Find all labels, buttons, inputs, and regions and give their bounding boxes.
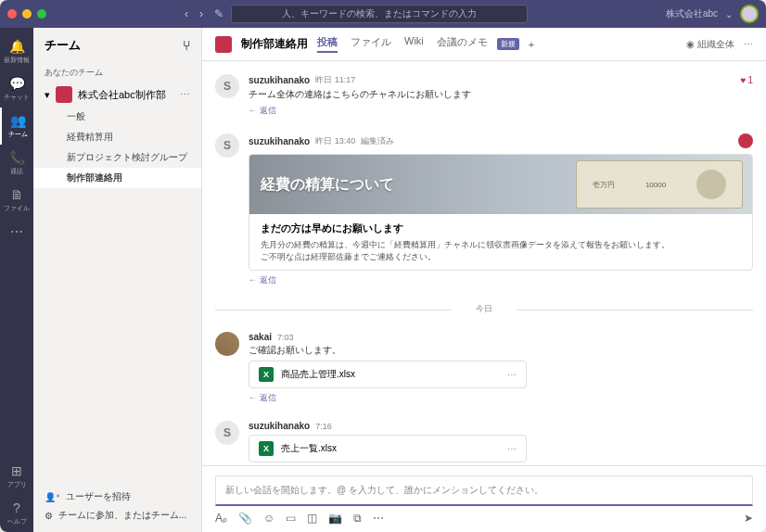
search-input[interactable]: 人、キーワードの検索、またはコマンドの入力 xyxy=(231,5,528,23)
teams-sidebar: チーム ⑂ あなたのチーム ▾ 株式会社abc制作部 ⋯ 一般 経費精算用 新プ… xyxy=(33,28,202,532)
invite-label: ユーザーを招待 xyxy=(66,490,131,503)
compose-toolbar: Aᵨ 📎 ☺ ▭ ◫ 📷 ⧉ ⋯ ➤ xyxy=(215,512,753,525)
rail-label: 最新情報 xyxy=(4,56,30,65)
reply-button[interactable]: ← 返信 xyxy=(249,392,753,404)
teams-icon: 👥 xyxy=(10,113,25,128)
your-teams-label: あなたのチーム xyxy=(33,63,201,82)
file-more-icon[interactable]: ⋯ xyxy=(507,444,517,454)
avatar[interactable]: S xyxy=(215,133,239,158)
card-desc: 先月分の経費の精算は、今週中に「経費精算用」チャネルに領収書画像データを添えて報… xyxy=(261,239,741,251)
help-icon: ? xyxy=(9,500,24,515)
new-chat-icon[interactable]: ✎ xyxy=(214,7,223,20)
apps-icon: ⊞ xyxy=(9,463,24,478)
channel-header: 制作部連絡用 投稿 ファイル Wiki 会議のメモ 新規 + ◉ 組織全体 ⋯ xyxy=(202,28,766,61)
maximize-window-button[interactable] xyxy=(37,9,46,19)
tab-meeting-notes[interactable]: 会議のメモ xyxy=(437,35,488,53)
message: S suzukihanako7:16 売上一覧.xlsx⋯ ← 返信 xyxy=(215,415,753,465)
history-fwd-icon[interactable]: › xyxy=(199,7,203,20)
msg-time: 昨日 13:40 xyxy=(315,135,355,147)
more-compose-icon[interactable]: ⋯ xyxy=(373,512,384,525)
main-content: 制作部連絡用 投稿 ファイル Wiki 会議のメモ 新規 + ◉ 組織全体 ⋯ … xyxy=(202,28,766,532)
msg-time: 7:16 xyxy=(315,422,332,431)
file-name: 売上一覧.xlsx xyxy=(281,442,337,455)
msg-text: ご確認お願いします。 xyxy=(249,344,753,357)
yen-label: 壱万円 xyxy=(593,180,615,190)
history-back-icon[interactable]: ‹ xyxy=(185,7,188,20)
react-count: 1 xyxy=(747,75,753,85)
compose-input[interactable]: 新しい会話を開始します。@ を入力して、誰かにメンションしてください。 xyxy=(215,475,753,506)
file-more-icon[interactable]: ⋯ xyxy=(507,370,517,380)
send-button[interactable]: ➤ xyxy=(744,512,753,525)
day-separator: 今日 xyxy=(215,303,753,315)
msg-author: suzukihanako xyxy=(249,421,310,431)
rail-label: チーム xyxy=(8,130,28,139)
msg-author: suzukihanako xyxy=(249,136,310,146)
add-tab-button[interactable]: + xyxy=(529,39,534,50)
org-name[interactable]: 株式会社abc xyxy=(666,7,718,20)
stream-icon[interactable]: ⧉ xyxy=(353,512,362,525)
rail-activity[interactable]: 🔔最新情報 xyxy=(0,33,33,70)
channel-newproject[interactable]: 新プロジェクト検討グループ xyxy=(33,147,201,168)
file-attachment[interactable]: 商品売上管理.xlsx⋯ xyxy=(249,361,527,388)
profile-avatar[interactable] xyxy=(740,5,759,23)
rail-more[interactable]: ⋯ xyxy=(0,219,33,245)
channel-general[interactable]: 一般 xyxy=(33,107,201,127)
announcement-card[interactable]: 経費の精算について 壱万円 10000 まだの方は早めにお願いします 先月分の経… xyxy=(249,154,753,271)
avatar[interactable]: S xyxy=(215,421,239,445)
msg-author: sakai xyxy=(249,332,272,342)
close-window-button[interactable] xyxy=(7,9,17,19)
rail-calls[interactable]: 📞通話 xyxy=(0,145,33,182)
filter-icon[interactable]: ⑂ xyxy=(183,38,190,53)
app-rail: 🔔最新情報 💬チャット 👥チーム 📞通話 🗎ファイル ⋯ ⊞アプリ ?ヘルプ xyxy=(0,28,33,532)
rail-teams[interactable]: 👥チーム xyxy=(0,108,33,145)
reply-button[interactable]: ← 返信 xyxy=(249,274,753,286)
rail-label: チャット xyxy=(4,93,30,102)
tab-files[interactable]: ファイル xyxy=(351,35,391,53)
team-name: 株式会社abc制作部 xyxy=(78,88,166,102)
org-wide-indicator[interactable]: ◉ 組織全体 xyxy=(686,38,734,51)
sticker-icon[interactable]: ◫ xyxy=(307,512,317,525)
edited-label: 編集済み xyxy=(361,135,394,147)
channel-tile-icon xyxy=(215,36,232,53)
join-team-button[interactable]: ⚙チームに参加、またはチーム... xyxy=(45,506,190,525)
rail-apps[interactable]: ⊞アプリ xyxy=(0,458,33,495)
file-attachment[interactable]: 売上一覧.xlsx⋯ xyxy=(249,435,527,462)
message: S suzukihanako昨日 13:40編集済み 経費の精算について 壱万円… xyxy=(215,128,753,292)
rail-help[interactable]: ?ヘルプ xyxy=(0,495,33,532)
minimize-window-button[interactable] xyxy=(22,9,32,19)
avatar[interactable] xyxy=(215,332,239,356)
gif-icon[interactable]: ▭ xyxy=(286,512,296,525)
msg-time: 7:03 xyxy=(277,333,294,342)
collapse-icon[interactable]: ▾ xyxy=(45,89,50,101)
more-options-icon[interactable]: ⋯ xyxy=(744,39,753,49)
invite-user-button[interactable]: 👤⁺ユーザーを招待 xyxy=(45,488,190,506)
card-desc: ご不明な点は経理部佐藤までご連絡ください。 xyxy=(261,251,741,263)
message: sakai7:03 ご確認お願いします。 商品売上管理.xlsx⋯ ← 返信 xyxy=(215,326,753,410)
attach-icon[interactable]: 📎 xyxy=(238,512,252,525)
channel-production-contact[interactable]: 制作部連絡用 xyxy=(33,168,201,188)
excel-icon xyxy=(259,367,274,382)
heart-reaction[interactable]: ♥ 1 xyxy=(741,75,754,85)
team-more-icon[interactable]: ⋯ xyxy=(180,89,190,101)
avatar[interactable]: S xyxy=(215,74,239,98)
msg-author: suzukihanako xyxy=(249,75,310,85)
format-icon[interactable]: Aᵨ xyxy=(215,512,227,525)
chevron-down-icon[interactable]: ⌄ xyxy=(725,9,733,19)
tab-posts[interactable]: 投稿 xyxy=(317,35,338,53)
message-list: S suzukihanako昨日 11:17♥ 1 チーム全体の連絡はこちらのチ… xyxy=(202,61,766,465)
compose-area: 新しい会話を開始します。@ を入力して、誰かにメンションしてください。 Aᵨ 📎… xyxy=(202,465,766,532)
person-plus-icon: 👤⁺ xyxy=(45,492,60,502)
channel-expenses[interactable]: 経費精算用 xyxy=(33,127,201,147)
card-hero-title: 経費の精算について xyxy=(261,175,394,195)
rail-label: ヘルプ xyxy=(7,517,27,526)
rail-files[interactable]: 🗎ファイル xyxy=(0,182,33,219)
team-row[interactable]: ▾ 株式会社abc制作部 ⋯ xyxy=(33,82,201,107)
rail-chat[interactable]: 💬チャット xyxy=(0,70,33,108)
emoji-icon[interactable]: ☺ xyxy=(263,512,274,525)
reply-button[interactable]: ← 返信 xyxy=(249,105,753,117)
sidebar-title: チーム xyxy=(45,37,81,54)
phone-icon: 📞 xyxy=(9,150,24,165)
tab-wiki[interactable]: Wiki xyxy=(404,35,424,53)
message: S suzukihanako昨日 11:17♥ 1 チーム全体の連絡はこちらのチ… xyxy=(215,69,753,122)
meet-icon[interactable]: 📷 xyxy=(328,512,342,525)
